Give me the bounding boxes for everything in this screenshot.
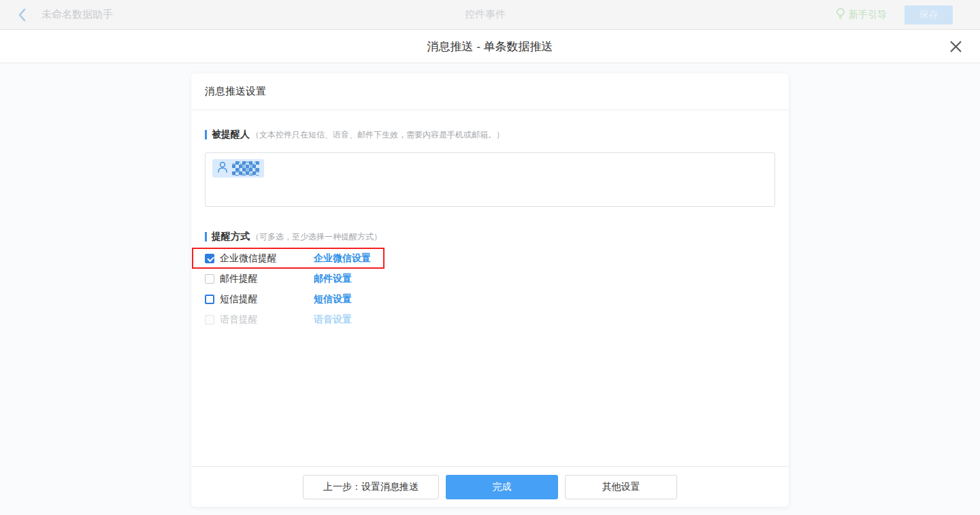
email-label: 邮件提醒 bbox=[220, 273, 314, 285]
wechat-label: 企业微信提醒 bbox=[220, 252, 314, 265]
modal-body: 消息推送设置 被提醒人 （文本控件只在短信、语音、邮件下生效，需要内容是手机或邮… bbox=[0, 73, 980, 515]
other-settings-button[interactable]: 其他设置 bbox=[565, 475, 677, 499]
sms-label: 短信提醒 bbox=[220, 293, 314, 305]
lightbulb-icon bbox=[836, 7, 845, 22]
beginner-guide-label: 新手引导 bbox=[849, 9, 887, 21]
methods-label: 提醒方式 bbox=[212, 231, 250, 243]
done-button[interactable]: 完成 bbox=[446, 475, 558, 499]
sms-checkbox[interactable] bbox=[205, 295, 214, 304]
beginner-guide-button[interactable]: 新手引导 bbox=[836, 7, 887, 22]
section-accent-bar bbox=[205, 130, 207, 139]
modal-title: 消息推送 - 单条数据推送 bbox=[427, 39, 553, 54]
topbar: 未命名数据助手 控件事件 新手引导 保存 bbox=[0, 0, 980, 30]
voice-checkbox bbox=[205, 315, 214, 325]
recipients-section-label: 被提醒人 （文本控件只在短信、语音、邮件下生效，需要内容是手机或邮箱。） bbox=[205, 129, 775, 141]
sms-settings-link[interactable]: 短信设置 bbox=[314, 293, 352, 305]
method-row-sms: 短信提醒 短信设置 bbox=[205, 289, 775, 310]
methods-section-label: 提醒方式 （可多选，至少选择一种提醒方式） bbox=[205, 231, 775, 243]
method-row-email: 邮件提醒 邮件设置 bbox=[205, 269, 775, 289]
wechat-checkbox[interactable] bbox=[205, 254, 214, 263]
censored-member-name bbox=[232, 161, 259, 176]
card-footer: 上一步：设置消息推送 完成 其他设置 bbox=[191, 466, 789, 507]
methods-hint: （可多选，至少选择一种提醒方式） bbox=[251, 231, 382, 243]
document-title: 未命名数据助手 bbox=[42, 8, 113, 21]
modal-header: 消息推送 - 单条数据推送 bbox=[0, 30, 980, 63]
push-settings-card: 消息推送设置 被提醒人 （文本控件只在短信、语音、邮件下生效，需要内容是手机或邮… bbox=[191, 73, 789, 507]
save-button[interactable]: 保存 bbox=[904, 5, 953, 24]
back-chevron-icon[interactable] bbox=[18, 8, 27, 22]
card-header-title: 消息推送设置 bbox=[191, 73, 789, 110]
section-accent-bar bbox=[205, 232, 207, 242]
recipients-label: 被提醒人 bbox=[212, 129, 250, 141]
voice-label: 语音提醒 bbox=[220, 314, 314, 326]
member-tag[interactable] bbox=[212, 159, 264, 178]
previous-step-button[interactable]: 上一步：设置消息推送 bbox=[303, 475, 439, 499]
method-row-wechat: 企业微信提醒 企业微信设置 bbox=[192, 248, 385, 269]
email-checkbox[interactable] bbox=[205, 274, 214, 284]
close-icon[interactable] bbox=[947, 38, 964, 54]
method-row-voice: 语音提醒 语音设置 bbox=[205, 310, 775, 330]
voice-settings-link: 语音设置 bbox=[314, 314, 352, 326]
recipients-input-box[interactable] bbox=[205, 152, 775, 207]
person-icon bbox=[217, 161, 228, 176]
wechat-settings-link[interactable]: 企业微信设置 bbox=[314, 252, 371, 265]
email-settings-link[interactable]: 邮件设置 bbox=[314, 273, 352, 285]
recipients-hint: （文本控件只在短信、语音、邮件下生效，需要内容是手机或邮箱。） bbox=[251, 129, 504, 141]
topbar-center-title: 控件事件 bbox=[465, 8, 506, 21]
